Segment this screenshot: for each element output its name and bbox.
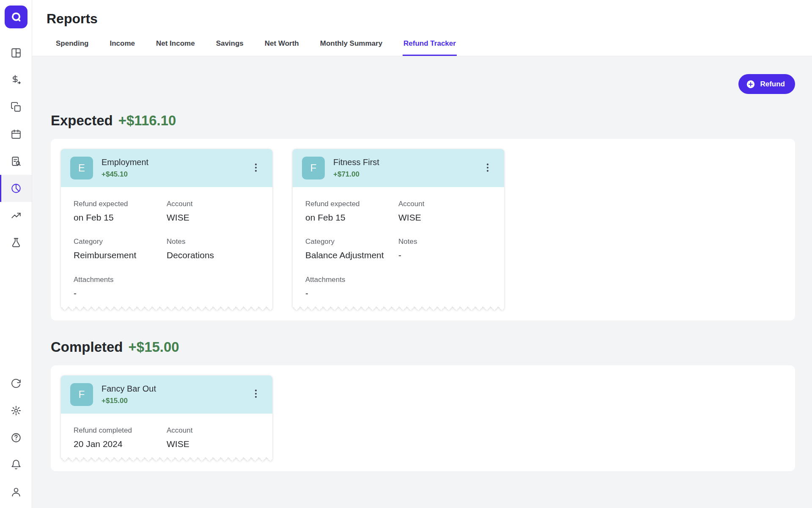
field-value: - [74,288,154,299]
expected-section-title: Expected +$116.10 [51,113,795,129]
field-label: Refund expected [74,200,167,208]
tab-net-income[interactable]: Net Income [155,35,196,56]
sidebar-item-settings[interactable] [0,397,32,424]
card-title-block: Employment +$45.10 [102,157,148,179]
accounts-icon [11,102,22,113]
field-label: Attachments [74,276,167,284]
kebab-menu-icon [250,388,261,399]
field-label: Refund expected [305,200,398,208]
user-icon [11,486,22,497]
field-value: Decorations [167,250,247,261]
card-header: F Fancy Bar Out +$15.00 [61,375,272,414]
field-label: Attachments [305,276,398,284]
sidebar-item-profile[interactable] [0,478,32,505]
card-menu-button[interactable] [249,160,263,176]
calendar-icon [11,129,22,140]
field-value: WISE [167,439,247,450]
field-label: Notes [167,237,260,246]
card-field: Category Reimbursement [74,237,167,261]
page-header: Reports [32,0,812,32]
card-name: Fitness First [333,157,379,167]
sidebar-item-reports[interactable] [0,175,32,202]
refund-card-fitness-first: F Fitness First +$71.00 Refund expected [293,149,504,310]
sidebar-item-trends[interactable] [0,202,32,229]
sidebar-item-accounts[interactable] [0,94,32,121]
receipt-zigzag-edge [61,457,272,461]
pie-chart-icon [11,183,22,194]
card-title-block: Fancy Bar Out +$15.00 [102,384,156,405]
card-field: Refund completed 20 Jan 2024 [74,426,167,450]
refund-card-fancy-bar-out: F Fancy Bar Out +$15.00 Refund completed [61,375,272,461]
tab-income[interactable]: Income [109,35,136,56]
sidebar-item-help[interactable] [0,424,32,451]
expected-total: +$116.10 [118,113,176,129]
kebab-menu-icon [482,162,493,173]
card-field: Refund expected on Feb 15 [74,200,167,223]
avatar: E [70,157,93,179]
field-label: Account [167,200,260,208]
field-label: Account [398,200,491,208]
sidebar-item-transactions[interactable] [0,66,32,94]
card-amount: +$45.10 [102,170,148,179]
receipt-zigzag-edge [293,306,504,310]
field-label: Account [167,426,260,435]
kebab-menu-icon [250,162,261,173]
card-field: Refund expected on Feb 15 [305,200,398,223]
bell-icon [11,459,22,470]
card-field: Notes - [398,237,491,261]
sidebar-item-calendar[interactable] [0,121,32,148]
tab-refund-tracker[interactable]: Refund Tracker [403,35,457,56]
card-field: Account WISE [167,426,260,450]
completed-section-title: Completed +$15.00 [51,339,795,355]
card-menu-button[interactable] [480,160,495,176]
receipt-zigzag-edge [61,306,272,310]
flask-icon [11,237,22,248]
card-name: Employment [102,157,148,167]
sidebar-item-budget[interactable] [0,148,32,175]
field-value: WISE [167,212,247,223]
tab-net-worth[interactable]: Net Worth [264,35,300,56]
tab-spending[interactable]: Spending [55,35,89,56]
budget-search-icon [11,156,22,167]
card-name: Fancy Bar Out [102,384,156,394]
card-field: Notes Decorations [167,237,260,261]
reports-tabbar: Spending Income Net Income Savings Net W… [32,32,812,56]
card-amount: +$15.00 [102,397,156,405]
card-field: Account WISE [167,200,260,223]
sidebar-bottom-group [0,370,32,505]
sidebar-item-experiments[interactable] [0,229,32,256]
sidebar-item-refresh[interactable] [0,370,32,397]
actions-row: Refund [51,56,795,94]
field-value: Balance Adjustment [305,250,386,261]
field-value: 20 Jan 2024 [74,439,154,450]
card-title-block: Fitness First +$71.00 [333,157,379,179]
sidebar [0,0,32,508]
tab-monthly-summary[interactable]: Monthly Summary [319,35,383,56]
card-field: Category Balance Adjustment [305,237,398,261]
help-icon [11,432,22,443]
dashboard-icon [11,47,22,58]
card-header: E Employment +$45.10 [61,149,272,187]
add-refund-button[interactable]: Refund [738,74,795,94]
field-value: - [398,250,479,261]
field-value: - [305,288,386,299]
card-field: Attachments - [305,276,398,299]
card-header: F Fitness First +$71.00 [293,149,504,187]
field-value: on Feb 15 [305,212,386,223]
gear-icon [11,405,22,416]
refresh-icon [11,378,22,389]
tab-savings[interactable]: Savings [215,35,244,56]
completed-title: Completed [51,339,123,355]
completed-total: +$15.00 [129,339,179,355]
card-body: Refund expected on Feb 15 Account WISE C… [293,187,504,306]
card-menu-button[interactable] [249,387,263,402]
content-area: Refund Expected +$116.10 E Employment +$… [32,56,812,508]
field-value: WISE [398,212,479,223]
page-title: Reports [47,11,812,27]
card-amount: +$71.00 [333,170,379,179]
field-value: on Feb 15 [74,212,154,223]
field-label: Category [74,237,167,246]
sidebar-item-notifications[interactable] [0,451,32,478]
sidebar-item-dashboard[interactable] [0,39,32,66]
field-label: Refund completed [74,426,167,435]
